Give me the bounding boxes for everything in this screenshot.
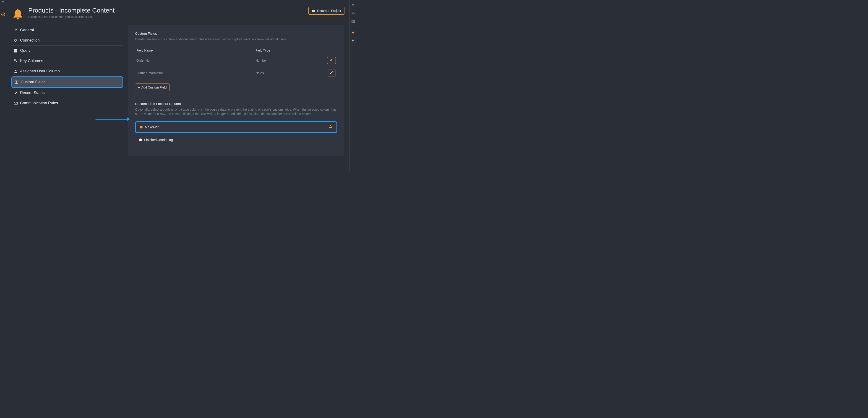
page-title: Products - Incomplete Content bbox=[28, 7, 115, 14]
lock-icon bbox=[329, 125, 332, 129]
sidebar-item-communication-rules[interactable]: Communication Rules bbox=[11, 98, 123, 108]
lockout-desc: Optionally, select a boolean or bit type… bbox=[135, 108, 337, 116]
col-field-name: Field Name bbox=[135, 47, 254, 54]
plug-icon bbox=[14, 38, 18, 42]
add-icon[interactable]: + bbox=[1, 12, 5, 16]
undo-icon[interactable] bbox=[351, 11, 355, 15]
sidebar-item-record-status[interactable]: Record Status bbox=[11, 88, 123, 98]
settings-sidebar: General Connection Query Key Columns Ass… bbox=[11, 25, 123, 156]
return-to-project-button[interactable]: Return to Project bbox=[308, 7, 344, 14]
sidebar-item-label: Assigned User Column bbox=[20, 69, 60, 73]
sidebar-item-connection[interactable]: Connection bbox=[11, 35, 123, 46]
annotation-arrow bbox=[96, 116, 130, 122]
svg-point-5 bbox=[14, 60, 16, 61]
cell-field-name: Further Information bbox=[135, 67, 254, 79]
envelope-icon bbox=[14, 102, 18, 104]
collapse-left-icon[interactable] bbox=[352, 3, 354, 7]
bell-icon bbox=[11, 7, 24, 21]
content-panel: Custom Fields Create new fields to captu… bbox=[128, 25, 344, 156]
custom-fields-heading: Custom Fields bbox=[135, 31, 337, 35]
sidebar-item-label: Custom Fields bbox=[21, 80, 45, 84]
sidebar-item-custom-fields[interactable]: Custom Fields bbox=[11, 77, 123, 88]
sidebar-item-assigned-user[interactable]: Assigned User Column bbox=[11, 66, 123, 77]
sidebar-item-label: Connection bbox=[20, 38, 40, 43]
svg-rect-0 bbox=[351, 20, 354, 23]
lockout-option-finishedgoodsflag[interactable]: FinishedGoodsFlag bbox=[135, 135, 337, 145]
add-custom-field-label: Add Custom Field bbox=[141, 86, 166, 89]
svg-rect-11 bbox=[330, 127, 332, 128]
lockout-option-label: FinishedGoodsFlag bbox=[144, 138, 173, 142]
status-dot-icon bbox=[139, 139, 142, 141]
edit-field-button[interactable] bbox=[327, 69, 336, 77]
sidebar-item-general[interactable]: General bbox=[11, 25, 123, 35]
sidebar-item-query[interactable]: Query bbox=[11, 46, 123, 56]
page-subtitle: Navigate to the section that you would l… bbox=[28, 15, 115, 19]
sidebar-item-label: Record Status bbox=[20, 91, 45, 95]
sidebar-item-label: Communication Rules bbox=[20, 101, 58, 106]
key-icon bbox=[14, 59, 18, 63]
folder-icon bbox=[312, 9, 315, 12]
grid-icon[interactable] bbox=[351, 20, 355, 24]
lockout-option-makeflag[interactable]: MakeFlag bbox=[135, 121, 337, 133]
lockout-section: Custom Field Lockout Column Optionally, … bbox=[135, 102, 337, 145]
lockout-option-label: MakeFlag bbox=[145, 125, 159, 129]
sidebar-item-label: Query bbox=[20, 48, 31, 53]
custom-fields-table: Field Name Field Type Order No Number Fu… bbox=[135, 47, 337, 80]
add-custom-field-button[interactable]: + Add Custom Field bbox=[135, 84, 169, 91]
custom-fields-desc: Create new fields to capture additional … bbox=[135, 37, 337, 42]
sidebar-item-key-columns[interactable]: Key Columns bbox=[11, 56, 123, 66]
sidebar-item-label: General bbox=[20, 28, 34, 32]
plus-icon: + bbox=[138, 86, 140, 89]
edit-icon bbox=[14, 91, 18, 95]
file-icon bbox=[14, 49, 18, 53]
play-icon[interactable] bbox=[351, 39, 354, 43]
table-row: Further Information Notes bbox=[135, 67, 337, 79]
expand-right-icon[interactable] bbox=[2, 1, 5, 4]
cell-field-type: Number bbox=[254, 54, 323, 67]
col-field-type: Field Type bbox=[254, 47, 323, 54]
left-rail: + bbox=[0, 0, 6, 172]
page-header: Products - Incomplete Content Navigate t… bbox=[11, 7, 344, 21]
status-dot-icon bbox=[140, 126, 143, 128]
edit-field-button[interactable] bbox=[327, 57, 336, 64]
cell-field-type: Notes bbox=[254, 67, 323, 79]
return-label: Return to Project bbox=[317, 9, 341, 12]
svg-point-6 bbox=[15, 70, 17, 71]
main-area: Products - Incomplete Content Navigate t… bbox=[6, 0, 349, 172]
table-row: Order No Number bbox=[135, 54, 337, 67]
right-rail bbox=[349, 0, 356, 172]
columns-icon bbox=[14, 81, 19, 84]
user-icon bbox=[14, 69, 18, 73]
lockout-heading: Custom Field Lockout Column bbox=[135, 102, 337, 106]
cell-field-name: Order No bbox=[135, 54, 254, 67]
sidebar-item-label: Key Columns bbox=[20, 59, 43, 63]
save-icon[interactable] bbox=[351, 30, 355, 34]
wrench-icon bbox=[14, 28, 18, 32]
